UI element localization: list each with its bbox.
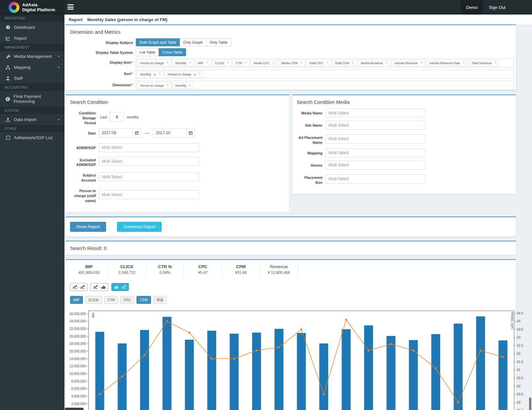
tag-person-in-charge[interactable]: Person in charge▲× [165,71,204,78]
sidebar-item-label: Media Management [14,54,52,59]
download-report-button[interactable]: Download Report [117,222,162,232]
stat-cpc: CPC¥5.47 [184,263,222,277]
svg-text:8,000,000: 8,000,000 [71,380,86,383]
sidebar-item-mapping[interactable]: Mapping [0,62,64,73]
remove-tag-icon[interactable]: × [199,72,201,76]
device-input[interactable] [325,161,426,170]
media-name-input[interactable] [325,108,426,117]
display-item-tags[interactable]: Person in charge×Monthly×IMP×CLICK×CTR×M… [136,58,514,67]
tag-person-in-charge[interactable]: Person in charge× [137,60,171,66]
metric-button-imp[interactable]: IMP [70,296,83,304]
bar-line-toggle[interactable]: - [111,283,129,291]
calendar-icon[interactable] [186,129,195,138]
tag-imp[interactable]: IMP× [195,60,211,66]
metric-button-click[interactable]: CLICK [85,296,102,304]
display-subject-option-only-graph[interactable]: Only Graph [180,38,207,46]
tag-monthly[interactable]: Monthly× [172,60,194,66]
sidebar-item-staff[interactable]: Staff [0,73,64,84]
dimension-tags[interactable]: Person in charge×Monthly× [136,81,514,90]
dimension-label: Dimension* [66,81,136,87]
menu-toggle-button[interactable] [67,4,74,10]
display-table-system-label: Display Table System [66,48,136,55]
remove-tag-icon[interactable]: × [272,61,274,64]
tag-person-in-charge[interactable]: Person in charge× [137,82,171,89]
remove-tag-icon[interactable]: × [420,61,422,64]
tag-total-revenue[interactable]: Total Revenue× [469,60,499,66]
remove-tag-icon[interactable]: × [189,84,191,87]
excluded-adnw-ssp-input[interactable] [99,157,199,166]
storage-months-input[interactable] [110,112,124,122]
sidebar-item-data-import[interactable]: Data Import [0,114,64,125]
line-bar-toggle[interactable]: - [91,283,108,291]
mapping-input[interactable] [325,148,426,157]
demo-menu[interactable]: Demo [461,0,483,15]
tag-click[interactable]: CLICK× [212,60,232,66]
field-row-ad-placement-name: Ad Placement Name [297,133,516,145]
show-report-button[interactable]: Show Report [70,222,106,232]
display-table-system-option-list-table[interactable]: List Table [136,48,159,56]
display-table-system-option-cross-table[interactable]: Cross Table [159,48,186,56]
sort-tags[interactable]: Monthly▲×Person in charge▲× [136,69,514,79]
person-in-charge-staff-name-input[interactable] [99,190,199,199]
horizontal-scrollbar-thumb[interactable] [65,408,84,410]
tag-total-cpc[interactable]: Total CPC× [306,60,331,66]
metric-button-ctr[interactable]: CTR [104,296,118,304]
vertical-scrollbar-thumb[interactable] [529,397,531,410]
metric-button-cpm[interactable]: CPM [136,296,151,304]
tag-media-cpc[interactable]: Media CPC× [251,60,277,66]
sort-direction-icon[interactable]: ▲ [154,73,156,75]
calendar-icon[interactable] [133,129,141,138]
subject-account-input[interactable] [99,172,199,181]
tag-adasia-revenue-rate[interactable]: AdAsia Revenue Rate× [426,60,468,66]
svg-text:16,000,000: 16,000,000 [69,349,86,353]
sort-direction-icon[interactable]: ▲ [194,73,196,75]
date-to-input[interactable] [153,129,186,138]
tag-adasia-revenue[interactable]: AdAsia Revenue× [391,60,425,66]
sidebar-section-system: SYSTEM [0,107,64,114]
signout-button[interactable]: Sign Out [483,0,511,15]
svg-text:12,000,000: 12,000,000 [69,365,86,368]
svg-text:6,000,000: 6,000,000 [71,387,86,391]
tag-media-revenue[interactable]: Media Revenue× [358,60,390,66]
remove-tag-icon[interactable]: × [159,72,161,76]
remove-tag-icon[interactable]: × [206,61,208,64]
placement-size-label: Placement Size [297,173,323,185]
remove-tag-icon[interactable]: × [494,61,496,64]
remove-tag-icon[interactable]: × [352,61,354,64]
remove-tag-icon[interactable]: × [463,61,465,64]
svg-text:31: 31 [517,368,521,372]
adnw-ssp-input[interactable] [99,143,199,152]
remove-tag-icon[interactable]: × [227,61,229,64]
remove-tag-icon[interactable]: × [385,61,387,64]
sidebar-item-final-payment-processing[interactable]: Final Payment Processing [0,91,64,107]
condition-storage-period-label: Condition Storage Period [70,108,96,126]
remove-tag-icon[interactable]: × [167,61,169,64]
ad-placement-name-input[interactable] [325,135,426,144]
sidebar-item-report[interactable]: Report [0,33,64,44]
sidebar-item-media-management[interactable]: Media Management [0,51,64,62]
remove-tag-icon[interactable]: × [189,61,191,64]
logo[interactable]: AdAsia Digital Platform [0,0,64,15]
tag-media-cpm[interactable]: Media CPM× [278,60,305,66]
remove-tag-icon[interactable]: × [167,84,169,87]
sidebar-item-adnetwork-ssp-list[interactable]: AdNetwork/SSP List [0,132,64,143]
tag-monthly[interactable]: Monthly× [172,82,194,89]
site-name-input[interactable] [325,121,426,130]
tag-monthly[interactable]: Monthly▲× [137,71,164,78]
display-subject-option-only-table[interactable]: Only Table [206,38,231,46]
remove-tag-icon[interactable]: × [326,61,328,64]
date-from-input[interactable] [99,129,133,138]
stat-ctr: CTR %0.58% [146,263,184,277]
remove-tag-icon[interactable]: × [300,61,302,64]
svg-text:4,000,000: 4,000,000 [71,395,86,398]
sidebar-item-dashboard[interactable]: Dashboard [0,22,64,33]
tag-total-cpm[interactable]: Total CPM× [332,60,357,66]
line-line-toggle[interactable]: - [70,283,88,291]
display-subject-option-both-graph-and-table[interactable]: Both Graph and Table [136,38,180,46]
remove-tag-icon[interactable]: × [245,61,247,64]
placement-size-input[interactable] [325,175,426,184]
metric-button-item[interactable]: 収益 [153,296,167,304]
tag-ctr[interactable]: CTR× [233,60,249,66]
metric-button-cpc[interactable]: CPC [120,296,134,304]
topbar-right: Demo Sign Out [461,0,511,15]
